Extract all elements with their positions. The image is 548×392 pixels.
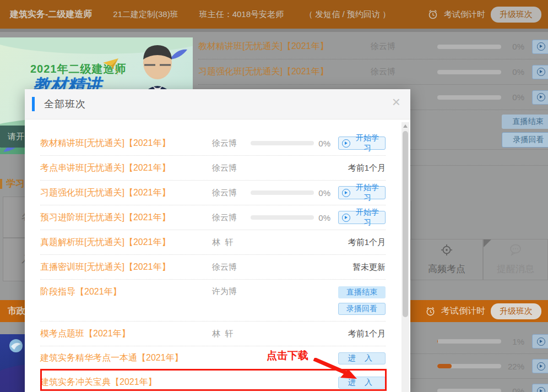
class-row-title[interactable]: 真题解析班[无忧通关]【2021年】: [40, 237, 212, 248]
class-status: 考前1个月: [348, 163, 386, 173]
class-list: 教材精讲班[无忧通关]【2021年】徐云博0%开始学习考点串讲班[无忧通关]【2…: [25, 119, 410, 392]
click-to-download-note: 点击下载: [267, 349, 308, 363]
live-ended-button[interactable]: 直播结束: [338, 286, 386, 298]
scroll-up-arrow-icon[interactable]: [403, 124, 408, 128]
divider: [411, 201, 411, 239]
progress-bar: [437, 364, 501, 368]
play-circle-icon: [537, 93, 545, 101]
class-status: 暂未更新: [352, 262, 386, 273]
upgrade-class-button[interactable]: 升级班次: [491, 7, 541, 23]
accent-bar: [32, 97, 35, 111]
class-name: 21二建定制(38)班: [113, 9, 178, 20]
tile-label: 提醒消息: [497, 263, 534, 275]
play-circle-icon: [537, 362, 545, 371]
live-ended-button[interactable]: 直播结束: [502, 115, 548, 129]
progress-bar: [437, 339, 501, 344]
progress-percent: 0%: [314, 213, 330, 222]
class-row-title[interactable]: 建筑实务冲关宝典【2021年】: [40, 377, 212, 388]
paper-plane-icon: [102, 57, 124, 76]
alarm-clock-icon: [427, 9, 438, 20]
play-circle-icon: [537, 387, 545, 392]
course-row-title[interactable]: 习题强化班[无忧通关]【2021年】: [198, 66, 371, 78]
progress-percent: 0%: [501, 67, 524, 77]
contact-links[interactable]: （ 发短信 / 预约回访 ）: [305, 9, 390, 20]
teacher-name: 徐云博: [212, 163, 245, 173]
enter-button[interactable]: 进 入: [338, 377, 386, 389]
class-row: 建筑实务精华考点一本通【2021年】进 入: [40, 346, 386, 371]
alarm-clock-icon: [425, 306, 436, 317]
modal-title: 全部班次: [44, 97, 86, 111]
start-study-button[interactable]: 开始学习: [532, 90, 548, 105]
class-row-title[interactable]: 建筑实务精华考点一本通【2021年】: [40, 352, 212, 364]
class-status: 考前1个月: [348, 329, 386, 339]
course-row: 教材精讲班[无忧通关]【2021年】徐云博0%开始学习: [198, 34, 548, 59]
progress-fill: [437, 339, 438, 344]
teacher-name: 徐云博: [212, 213, 245, 223]
tile-label: 高频考点: [428, 263, 465, 275]
teacher-name: 徐云博: [371, 67, 411, 77]
corner-fold-icon: [484, 239, 491, 247]
class-row: 预习进阶班[无忧通关]【2021年】徐云博0%开始学习: [40, 205, 386, 230]
feature-tile-1[interactable]: 高频考点: [410, 239, 483, 280]
class-row: 考点串讲班[无忧通关]【2021年】徐云博考前1个月: [40, 156, 386, 181]
start-study-button[interactable]: 开始学习: [338, 186, 386, 199]
page: 建筑实务-二级建造师 21二建定制(38)班 班主任：4018号安老师 （ 发短…: [0, 0, 548, 392]
course-row-title[interactable]: 教材精讲班[无忧通关]【2021年】: [198, 41, 371, 52]
course-title: 建筑实务-二级建造师: [10, 9, 92, 20]
play-circle-icon: [537, 42, 545, 51]
start-study-label: 开始学习: [353, 208, 382, 227]
progress-percent: 0%: [501, 42, 524, 51]
continue-study-button[interactable]: 继续学习: [532, 334, 548, 349]
feature-tile-2[interactable]: 提醒消息: [483, 239, 548, 280]
exam-countdown-link[interactable]: 考试倒计时: [441, 306, 485, 317]
class-row: 习题强化班[无忧通关]【2021年】徐云博0%开始学习: [40, 181, 386, 205]
start-study-label: 开始学习: [353, 133, 382, 153]
play-circle-icon: [537, 337, 545, 346]
progress-bar: [251, 215, 314, 220]
play-circle-icon: [342, 139, 350, 148]
teacher-name: 徐云博: [212, 262, 245, 273]
divider: [0, 29, 548, 32]
divider: [410, 149, 548, 150]
start-study-button[interactable]: 开始学习: [532, 40, 548, 54]
brand-logo-icon: [9, 339, 23, 353]
study-section-header: 学习: [0, 177, 25, 190]
class-row-title[interactable]: 预习进阶班[无忧通关]【2021年】: [40, 212, 212, 224]
class-row-title[interactable]: 考点串讲班[无忧通关]【2021年】: [40, 162, 212, 174]
exam-countdown-link[interactable]: 考试倒计时: [444, 9, 485, 20]
replay-button[interactable]: 录播回看: [502, 132, 548, 148]
progress-percent: 0%: [314, 188, 330, 198]
enter-button[interactable]: 进 入: [338, 352, 386, 364]
feature-tiles: 高频考点提醒消息: [410, 239, 548, 280]
start-study-button[interactable]: 开始学习: [532, 65, 548, 79]
progress-percent: 0%: [501, 386, 524, 392]
class-row: 模考点题班【2021年】林 轩考前1个月: [40, 322, 386, 346]
progress-bar: [437, 45, 501, 49]
progress-bar: [251, 190, 314, 195]
play-circle-icon: [537, 68, 545, 76]
class-status: 考前1个月: [348, 237, 386, 248]
progress-bar: [251, 141, 314, 145]
course-row: 习题强化班[无忧通关]【2021年】徐云博0%开始学习: [198, 59, 548, 85]
teacher-name: 林 轩: [212, 329, 245, 339]
progress-percent: 0%: [501, 92, 524, 102]
modal-scrollbar[interactable]: [401, 122, 409, 392]
continue-study-button[interactable]: 开始学习: [532, 384, 548, 392]
progress-percent: 1%: [501, 337, 524, 346]
class-row-title[interactable]: 模考点题班【2021年】: [40, 328, 212, 340]
continue-study-button[interactable]: 继续学习: [532, 359, 548, 373]
progress-bar: [437, 70, 501, 74]
upgrade-class-button[interactable]: 升级班次: [491, 303, 541, 319]
class-row-title[interactable]: 直播密训班[无忧通关]【2021年】: [40, 262, 212, 273]
scrollbar-thumb[interactable]: [403, 131, 408, 317]
class-row-title[interactable]: 教材精讲班[无忧通关]【2021年】: [40, 138, 212, 149]
progress-percent: 0%: [314, 139, 330, 148]
replay-button[interactable]: 录播回看: [338, 303, 386, 315]
teacher-name: 徐云博: [212, 188, 245, 198]
start-study-button[interactable]: 开始学习: [338, 137, 386, 150]
class-row-title[interactable]: 习题强化班[无忧通关]【2021年】: [40, 187, 212, 199]
close-icon[interactable]: ×: [392, 95, 400, 109]
progress-bar: [437, 95, 501, 100]
class-row-title[interactable]: 阶段指导【2021年】: [40, 286, 212, 298]
start-study-button[interactable]: 开始学习: [338, 211, 386, 224]
